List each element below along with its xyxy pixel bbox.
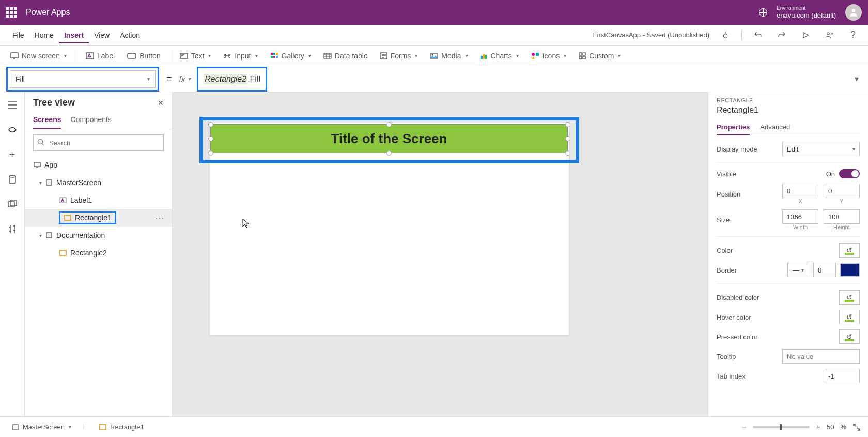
border-style-select[interactable]: — ▾ bbox=[787, 263, 809, 277]
ribbon-new-screen[interactable]: New screen▾ bbox=[6, 50, 71, 62]
disabled-color-picker[interactable]: ↺ bbox=[839, 290, 860, 305]
svg-rect-8 bbox=[276, 53, 278, 55]
resize-handle[interactable] bbox=[386, 122, 392, 127]
hamburger-icon[interactable] bbox=[5, 97, 20, 113]
chevron-down-icon: ▾ bbox=[188, 76, 191, 82]
visible-toggle[interactable] bbox=[839, 169, 860, 178]
play-icon[interactable] bbox=[798, 27, 813, 43]
search-input[interactable] bbox=[33, 134, 164, 151]
menu-view[interactable]: View bbox=[89, 27, 115, 43]
tree-rectangle2[interactable]: Rectangle2 bbox=[25, 244, 172, 262]
display-mode-select[interactable]: Edit ▾ bbox=[782, 142, 860, 156]
ribbon-input[interactable]: Input▾ bbox=[219, 50, 261, 62]
chevron-down-icon[interactable]: ▾ bbox=[39, 233, 42, 238]
redo-icon[interactable] bbox=[774, 27, 789, 43]
menu-insert[interactable]: Insert bbox=[59, 27, 89, 43]
menu-action[interactable]: Action bbox=[115, 27, 145, 43]
disabled-color-label: Disabled color bbox=[717, 294, 759, 302]
props-tab-advanced[interactable]: Advanced bbox=[760, 120, 790, 135]
resize-handle[interactable] bbox=[208, 122, 213, 127]
ribbon-custom[interactable]: Custom▾ bbox=[575, 50, 625, 62]
tree-documentation[interactable]: ▾ Documentation bbox=[25, 227, 172, 244]
chevron-down-icon: ▾ bbox=[69, 424, 71, 430]
zoom-slider[interactable] bbox=[753, 426, 810, 428]
app-launcher-icon[interactable] bbox=[6, 7, 17, 18]
tree-view-icon[interactable] bbox=[5, 122, 20, 138]
chevron-down-icon[interactable]: ▾ bbox=[39, 180, 42, 186]
resize-handle[interactable] bbox=[565, 136, 570, 141]
svg-rect-2 bbox=[11, 53, 18, 58]
resize-handle[interactable] bbox=[208, 150, 213, 156]
formula-reference[interactable]: Rectangle2 bbox=[204, 74, 247, 84]
avatar[interactable] bbox=[845, 4, 862, 21]
ribbon-datatable[interactable]: Data table bbox=[319, 50, 372, 62]
width-input[interactable]: 1366 bbox=[782, 209, 818, 224]
tab-components[interactable]: Components bbox=[70, 111, 111, 129]
position-y-input[interactable]: 0 bbox=[824, 184, 860, 198]
hover-color-picker[interactable]: ↺ bbox=[839, 310, 860, 324]
formula-suffix[interactable]: .Fill bbox=[247, 74, 260, 84]
tooltip-input[interactable] bbox=[782, 349, 860, 364]
data-icon[interactable] bbox=[5, 172, 20, 187]
zoom-in[interactable]: + bbox=[816, 423, 820, 432]
more-icon[interactable]: ··· bbox=[156, 214, 165, 222]
undo-icon[interactable] bbox=[750, 27, 766, 43]
svg-rect-9 bbox=[271, 56, 273, 58]
resize-handle[interactable] bbox=[208, 136, 213, 141]
ribbon-icons[interactable]: Icons▾ bbox=[527, 50, 570, 62]
add-icon[interactable]: + bbox=[5, 147, 20, 162]
color-picker[interactable]: ↺ bbox=[839, 243, 860, 258]
custom-icon bbox=[579, 52, 586, 59]
ribbon-label-btn[interactable]: Label bbox=[82, 50, 119, 62]
svg-rect-30 bbox=[47, 180, 52, 185]
app-checker-icon[interactable] bbox=[718, 27, 733, 43]
tab-screens[interactable]: Screens bbox=[33, 111, 61, 129]
resize-handle[interactable] bbox=[565, 122, 570, 127]
ribbon-text[interactable]: Text▾ bbox=[176, 50, 215, 62]
breadcrumb-item[interactable]: Rectangle1 bbox=[95, 421, 148, 433]
border-width-input[interactable]: 0 bbox=[813, 263, 836, 277]
help-icon[interactable]: ? bbox=[845, 27, 861, 43]
environment-block[interactable]: Environment enayu.com (default) bbox=[777, 5, 836, 20]
menu-file[interactable]: File bbox=[7, 27, 29, 43]
share-icon[interactable] bbox=[822, 27, 837, 43]
tree-app[interactable]: App bbox=[25, 156, 172, 174]
breadcrumb-screen[interactable]: MasterScreen ▾ bbox=[7, 421, 75, 433]
ribbon-forms[interactable]: Forms▾ bbox=[376, 50, 422, 62]
media-rail-icon[interactable] bbox=[5, 197, 20, 212]
rectangle1-control[interactable]: Title of the Screen bbox=[210, 124, 568, 153]
props-tab-properties[interactable]: Properties bbox=[717, 120, 750, 135]
resize-handle[interactable] bbox=[565, 150, 570, 156]
canvas[interactable]: Title of the Screen bbox=[173, 92, 708, 416]
height-sublabel: Height bbox=[824, 224, 860, 230]
pressed-color-picker[interactable]: ↺ bbox=[839, 329, 860, 344]
fullscreen-icon[interactable] bbox=[853, 423, 861, 431]
tree-masterscreen[interactable]: ▾ MasterScreen bbox=[25, 174, 172, 191]
tree-rectangle1[interactable]: Rectangle1 ··· bbox=[25, 209, 172, 227]
ribbon-media[interactable]: Media▾ bbox=[426, 50, 472, 62]
tabindex-input[interactable]: -1 bbox=[824, 369, 860, 383]
tools-icon[interactable] bbox=[5, 221, 20, 237]
save-status: FirstCanvasApp - Saved (Unpublished) bbox=[593, 31, 709, 39]
ribbon-button-btn[interactable]: Button bbox=[123, 50, 164, 62]
tree-label1[interactable]: Label1 bbox=[25, 191, 172, 209]
svg-point-28 bbox=[38, 140, 43, 144]
fx-label[interactable]: fx ▾ bbox=[179, 74, 191, 83]
close-icon[interactable]: ✕ bbox=[158, 99, 164, 107]
border-color-swatch[interactable] bbox=[840, 263, 860, 277]
props-category: RECTANGLE bbox=[717, 97, 860, 103]
rectangle-icon bbox=[99, 423, 107, 431]
chevron-down-icon: ▾ bbox=[853, 146, 855, 152]
position-x-input[interactable]: 0 bbox=[782, 184, 818, 198]
formula-expand-icon[interactable]: ▾ bbox=[851, 74, 862, 84]
ribbon-label: Media bbox=[441, 52, 461, 60]
height-input[interactable]: 108 bbox=[824, 209, 860, 224]
zoom-thumb[interactable] bbox=[780, 424, 782, 430]
property-selector[interactable]: Fill ▾ bbox=[10, 70, 156, 88]
resize-handle[interactable] bbox=[386, 150, 392, 156]
ribbon-gallery[interactable]: Gallery▾ bbox=[266, 50, 315, 62]
ribbon-charts[interactable]: Charts▾ bbox=[476, 50, 523, 62]
zoom-out[interactable]: − bbox=[741, 423, 746, 432]
ribbon-label: Label bbox=[97, 52, 115, 60]
menu-home[interactable]: Home bbox=[29, 27, 59, 43]
